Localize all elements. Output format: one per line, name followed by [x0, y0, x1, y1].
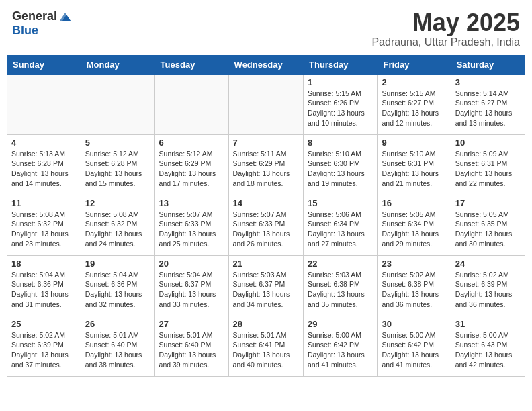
day-info: Sunrise: 5:11 AM Sunset: 6:29 PM Dayligh…	[233, 149, 299, 189]
weekday-header-thursday: Thursday	[304, 55, 378, 74]
day-cell: 24Sunrise: 5:02 AM Sunset: 6:39 PM Dayli…	[451, 255, 525, 316]
weekday-header-wednesday: Wednesday	[228, 55, 303, 74]
day-info: Sunrise: 5:02 AM Sunset: 6:39 PM Dayligh…	[11, 330, 77, 370]
day-info: Sunrise: 5:12 AM Sunset: 6:28 PM Dayligh…	[85, 149, 150, 189]
day-cell: 31Sunrise: 5:00 AM Sunset: 6:43 PM Dayli…	[451, 316, 525, 376]
day-info: Sunrise: 5:02 AM Sunset: 6:38 PM Dayligh…	[382, 270, 446, 310]
day-cell: 4Sunrise: 5:13 AM Sunset: 6:28 PM Daylig…	[7, 134, 81, 195]
day-cell: 28Sunrise: 5:01 AM Sunset: 6:41 PM Dayli…	[228, 316, 303, 376]
day-number: 14	[233, 198, 299, 208]
day-info: Sunrise: 5:01 AM Sunset: 6:40 PM Dayligh…	[159, 330, 224, 370]
day-info: Sunrise: 5:00 AM Sunset: 6:42 PM Dayligh…	[382, 330, 446, 370]
day-number: 15	[308, 198, 373, 208]
day-number: 28	[233, 319, 299, 329]
day-number: 4	[11, 138, 77, 148]
day-info: Sunrise: 5:04 AM Sunset: 6:36 PM Dayligh…	[11, 270, 77, 310]
day-number: 18	[11, 259, 77, 269]
weekday-header-friday: Friday	[378, 55, 451, 74]
day-number: 29	[308, 319, 373, 329]
day-number: 21	[233, 259, 299, 269]
day-number: 1	[308, 77, 373, 87]
day-cell: 19Sunrise: 5:04 AM Sunset: 6:36 PM Dayli…	[81, 255, 154, 316]
day-info: Sunrise: 5:00 AM Sunset: 6:42 PM Dayligh…	[308, 330, 373, 370]
week-row-1: 1Sunrise: 5:15 AM Sunset: 6:26 PM Daylig…	[7, 74, 525, 134]
day-info: Sunrise: 5:06 AM Sunset: 6:34 PM Dayligh…	[308, 210, 373, 249]
day-info: Sunrise: 5:15 AM Sunset: 6:27 PM Dayligh…	[382, 89, 446, 128]
day-number: 20	[159, 259, 224, 269]
day-info: Sunrise: 5:07 AM Sunset: 6:33 PM Dayligh…	[159, 210, 224, 249]
day-cell: 30Sunrise: 5:00 AM Sunset: 6:42 PM Dayli…	[378, 316, 451, 376]
day-info: Sunrise: 5:08 AM Sunset: 6:32 PM Dayligh…	[85, 210, 150, 249]
weekday-header-sunday: Sunday	[7, 55, 81, 74]
day-number: 30	[382, 319, 446, 329]
weekday-header-monday: Monday	[81, 55, 154, 74]
day-number: 9	[382, 138, 446, 148]
day-cell: 23Sunrise: 5:02 AM Sunset: 6:38 PM Dayli…	[378, 255, 451, 316]
logo-icon	[58, 10, 72, 24]
day-info: Sunrise: 5:10 AM Sunset: 6:31 PM Dayligh…	[382, 149, 446, 189]
logo-general-text: General	[12, 9, 57, 24]
day-number: 3	[455, 77, 521, 87]
day-cell: 6Sunrise: 5:12 AM Sunset: 6:29 PM Daylig…	[154, 134, 228, 195]
day-info: Sunrise: 5:14 AM Sunset: 6:27 PM Dayligh…	[455, 89, 521, 128]
calendar-table: SundayMondayTuesdayWednesdayThursdayFrid…	[7, 55, 525, 377]
day-cell: 17Sunrise: 5:05 AM Sunset: 6:35 PM Dayli…	[451, 195, 525, 255]
day-cell: 3Sunrise: 5:14 AM Sunset: 6:27 PM Daylig…	[451, 74, 525, 134]
day-number: 7	[233, 138, 299, 148]
day-cell: 18Sunrise: 5:04 AM Sunset: 6:36 PM Dayli…	[7, 255, 81, 316]
day-cell: 26Sunrise: 5:01 AM Sunset: 6:40 PM Dayli…	[81, 316, 154, 376]
day-number: 5	[85, 138, 150, 148]
day-cell: 25Sunrise: 5:02 AM Sunset: 6:39 PM Dayli…	[7, 316, 81, 376]
day-cell: 15Sunrise: 5:06 AM Sunset: 6:34 PM Dayli…	[304, 195, 378, 255]
day-info: Sunrise: 5:12 AM Sunset: 6:29 PM Dayligh…	[159, 149, 224, 189]
day-cell	[228, 74, 303, 134]
logo-blue-text: Blue	[12, 24, 38, 38]
day-cell: 8Sunrise: 5:10 AM Sunset: 6:30 PM Daylig…	[304, 134, 378, 195]
day-cell	[154, 74, 228, 134]
day-cell: 12Sunrise: 5:08 AM Sunset: 6:32 PM Dayli…	[81, 195, 154, 255]
day-cell: 20Sunrise: 5:04 AM Sunset: 6:37 PM Dayli…	[154, 255, 228, 316]
day-number: 8	[308, 138, 373, 148]
day-number: 6	[159, 138, 224, 148]
day-info: Sunrise: 5:05 AM Sunset: 6:34 PM Dayligh…	[382, 210, 446, 249]
weekday-header-row: SundayMondayTuesdayWednesdayThursdayFrid…	[7, 55, 525, 74]
day-cell	[7, 74, 81, 134]
day-number: 2	[382, 77, 446, 87]
day-number: 12	[85, 198, 150, 208]
week-row-3: 11Sunrise: 5:08 AM Sunset: 6:32 PM Dayli…	[7, 195, 525, 255]
day-info: Sunrise: 5:10 AM Sunset: 6:30 PM Dayligh…	[308, 149, 373, 189]
day-cell: 14Sunrise: 5:07 AM Sunset: 6:33 PM Dayli…	[228, 195, 303, 255]
day-number: 13	[159, 198, 224, 208]
day-cell: 13Sunrise: 5:07 AM Sunset: 6:33 PM Dayli…	[154, 195, 228, 255]
day-number: 26	[85, 319, 150, 329]
day-number: 17	[455, 198, 521, 208]
day-info: Sunrise: 5:05 AM Sunset: 6:35 PM Dayligh…	[455, 210, 521, 249]
day-cell: 9Sunrise: 5:10 AM Sunset: 6:31 PM Daylig…	[378, 134, 451, 195]
day-info: Sunrise: 5:01 AM Sunset: 6:41 PM Dayligh…	[233, 330, 299, 370]
day-info: Sunrise: 5:04 AM Sunset: 6:36 PM Dayligh…	[85, 270, 150, 310]
day-cell: 10Sunrise: 5:09 AM Sunset: 6:31 PM Dayli…	[451, 134, 525, 195]
day-cell: 7Sunrise: 5:11 AM Sunset: 6:29 PM Daylig…	[228, 134, 303, 195]
week-row-4: 18Sunrise: 5:04 AM Sunset: 6:36 PM Dayli…	[7, 255, 525, 316]
day-info: Sunrise: 5:09 AM Sunset: 6:31 PM Dayligh…	[455, 149, 521, 189]
logo: General Blue	[12, 9, 72, 38]
day-info: Sunrise: 5:08 AM Sunset: 6:32 PM Dayligh…	[11, 210, 77, 249]
location: Padrauna, Uttar Pradesh, India	[371, 36, 520, 48]
day-number: 25	[11, 319, 77, 329]
day-cell: 2Sunrise: 5:15 AM Sunset: 6:27 PM Daylig…	[378, 74, 451, 134]
day-info: Sunrise: 5:07 AM Sunset: 6:33 PM Dayligh…	[233, 210, 299, 249]
day-number: 24	[455, 259, 521, 269]
day-number: 23	[382, 259, 446, 269]
day-cell: 1Sunrise: 5:15 AM Sunset: 6:26 PM Daylig…	[304, 74, 378, 134]
day-cell: 11Sunrise: 5:08 AM Sunset: 6:32 PM Dayli…	[7, 195, 81, 255]
day-info: Sunrise: 5:03 AM Sunset: 6:38 PM Dayligh…	[308, 270, 373, 310]
day-cell	[81, 74, 154, 134]
day-cell: 16Sunrise: 5:05 AM Sunset: 6:34 PM Dayli…	[378, 195, 451, 255]
day-info: Sunrise: 5:04 AM Sunset: 6:37 PM Dayligh…	[159, 270, 224, 310]
day-number: 19	[85, 259, 150, 269]
day-info: Sunrise: 5:13 AM Sunset: 6:28 PM Dayligh…	[11, 149, 77, 189]
week-row-5: 25Sunrise: 5:02 AM Sunset: 6:39 PM Dayli…	[7, 316, 525, 376]
weekday-header-saturday: Saturday	[451, 55, 525, 74]
page-header: General Blue May 2025 Padrauna, Uttar Pr…	[7, 7, 525, 51]
day-number: 22	[308, 259, 373, 269]
